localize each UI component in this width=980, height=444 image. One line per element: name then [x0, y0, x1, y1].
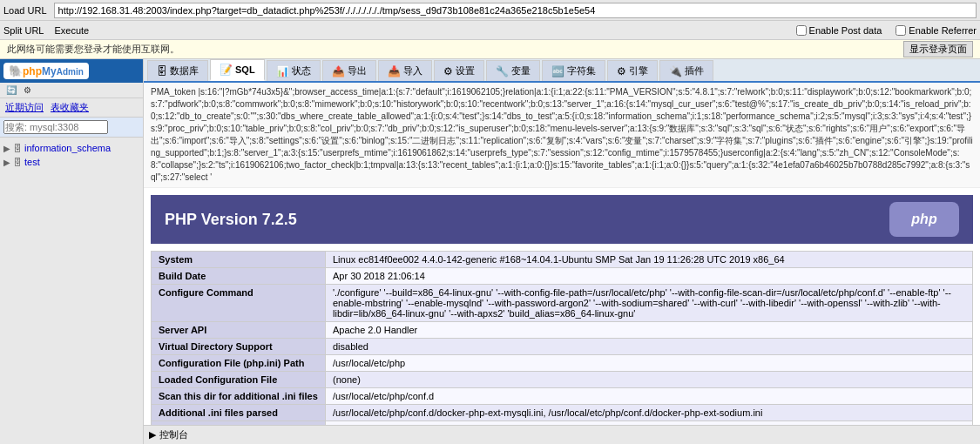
- warning-text: 此网络可能需要您登录才能使用互联网。: [7, 43, 179, 56]
- console-label: 控制台: [159, 428, 188, 441]
- sidebar-db-list: ▶ 🗄 information_schema ▶ 🗄 test: [0, 138, 143, 172]
- variables-tab-label: 变量: [511, 64, 531, 77]
- tab-variables[interactable]: 🔧 变量: [486, 60, 540, 81]
- main-layout: 🐘 phpMyAdmin 🔄 ⚙ 近期访问 表收藏夹 ▶ 🗄: [0, 59, 980, 444]
- tab-database[interactable]: 🗄 数据库: [147, 60, 208, 81]
- phpmyadmin-logo: phpMyAdmin: [23, 65, 84, 77]
- pma-token-text: PMA_token |s:16:"|?mGb*74u3x5}&";browser…: [151, 87, 973, 182]
- table-row: Loaded Configuration File(none): [152, 372, 973, 388]
- split-url-button[interactable]: Split URL: [3, 25, 44, 36]
- info-value: './configure' '--build=x86_64-linux-gnu'…: [326, 285, 973, 322]
- db-item-information-schema[interactable]: ▶ 🗄 information_schema: [3, 141, 139, 155]
- php-info-table: SystemLinux ec814f0ee002 4.4.0-142-gener…: [151, 251, 973, 425]
- table-row: Build DateApr 30 2018 21:06:14: [152, 268, 973, 285]
- database-tab-label: 数据库: [170, 64, 199, 77]
- import-tab-label: 导入: [403, 64, 422, 77]
- expand-icon-2: ▶: [3, 158, 10, 167]
- table-row: Configuration File (php.ini) Path/usr/lo…: [152, 355, 973, 372]
- ctrl-btn-2[interactable]: ⚙: [21, 84, 34, 96]
- ctrl-btn-1[interactable]: 🔄: [3, 84, 19, 96]
- export-tab-label: 导出: [348, 64, 367, 77]
- info-key: Loaded Configuration File: [152, 372, 326, 388]
- php-version-title: PHP Version 7.2.5: [165, 211, 297, 229]
- info-value: Apr 30 2018 21:06:14: [326, 268, 973, 285]
- engine-tab-icon: ⚙: [617, 65, 626, 77]
- bottom-console[interactable]: ▶ 控制台: [144, 425, 980, 444]
- toolbar-row2: Split URL Execute Enable Post data Enabl…: [0, 21, 980, 40]
- info-key: Configuration File (php.ini) Path: [152, 355, 326, 372]
- info-value: Linux ec814f0ee002 4.4.0-142-generic #16…: [326, 252, 973, 268]
- charset-tab-label: 字符集: [567, 64, 596, 77]
- php-info-area: PHP Version 7.2.5 php SystemLinux ec814f…: [144, 188, 980, 425]
- info-value: /usr/local/etc/php: [326, 355, 973, 372]
- show-login-button[interactable]: 显示登录页面: [903, 41, 973, 57]
- sql-tab-icon: 📝: [220, 64, 233, 76]
- info-value: disabled: [326, 339, 973, 355]
- table-row: Virtual Directory Supportdisabled: [152, 339, 973, 355]
- sidebar-controls: 🔄 ⚙: [0, 83, 143, 98]
- tab-status[interactable]: 📊 状态: [267, 60, 321, 81]
- info-key: Build Date: [152, 268, 326, 285]
- favorites-link[interactable]: 表收藏夹: [51, 101, 89, 114]
- status-tab-icon: 📊: [276, 65, 289, 77]
- db-search-input[interactable]: [3, 120, 108, 134]
- table-row: Server APIApache 2.0 Handler: [152, 322, 973, 339]
- info-value: Apache 2.0 Handler: [326, 322, 973, 339]
- info-key: Server API: [152, 322, 326, 339]
- settings-tab-icon: ⚙: [443, 65, 453, 77]
- recent-link[interactable]: 近期访问: [5, 101, 44, 114]
- table-row: Configure Command'./configure' '--build=…: [152, 285, 973, 322]
- tab-sql[interactable]: 📝 SQL: [210, 59, 265, 81]
- db-icon: 🗄: [13, 144, 22, 153]
- enable-referrer-label[interactable]: Enable Referrer: [896, 25, 977, 36]
- tab-settings[interactable]: ⚙ 设置: [434, 60, 484, 81]
- load-url-button[interactable]: Load URL: [3, 5, 47, 16]
- execute-button[interactable]: Execute: [54, 25, 89, 36]
- db-name-2: test: [24, 157, 40, 167]
- info-value: /usr/local/etc/php/conf.d/docker-php-ext…: [326, 405, 973, 421]
- info-key: Additional .ini files parsed: [152, 405, 326, 421]
- tab-plugins[interactable]: 🔌 插件: [659, 60, 713, 81]
- info-value: /usr/local/etc/php/conf.d: [326, 388, 973, 405]
- import-tab-icon: 📥: [388, 65, 401, 77]
- enable-post-checkbox[interactable]: [796, 25, 807, 36]
- info-value: (none): [326, 372, 973, 388]
- warning-bar: 此网络可能需要您登录才能使用互联网。 显示登录页面: [0, 40, 980, 59]
- engine-tab-label: 引擎: [629, 64, 648, 77]
- db-search-area: [0, 118, 143, 138]
- tab-bar: 🗄 数据库 📝 SQL 📊 状态 📤 导出 📥 导入 ⚙ 设置: [144, 59, 980, 83]
- url-input[interactable]: [54, 3, 977, 18]
- tab-import[interactable]: 📥 导入: [378, 60, 432, 81]
- export-tab-icon: 📤: [332, 65, 345, 77]
- plugins-tab-icon: 🔌: [669, 65, 682, 77]
- info-key: Scan this dir for additional .ini files: [152, 388, 326, 405]
- sql-tab-label: SQL: [235, 64, 255, 75]
- php-logo: php: [889, 202, 959, 237]
- db-icon-2: 🗄: [13, 158, 22, 167]
- status-tab-label: 状态: [292, 64, 311, 77]
- php-logo-text: 🐘: [9, 64, 23, 77]
- charset-tab-icon: 🔤: [551, 65, 564, 77]
- db-name: information_schema: [24, 143, 111, 153]
- sidebar: 🐘 phpMyAdmin 🔄 ⚙ 近期访问 表收藏夹 ▶ 🗄: [0, 59, 144, 444]
- database-tab-icon: 🗄: [157, 65, 167, 77]
- table-row: Additional .ini files parsed/usr/local/e…: [152, 405, 973, 421]
- content-area: 🗄 数据库 📝 SQL 📊 状态 📤 导出 📥 导入 ⚙ 设置: [144, 59, 980, 444]
- tab-export[interactable]: 📤 导出: [322, 60, 376, 81]
- enable-post-label[interactable]: Enable Post data: [796, 25, 882, 36]
- table-row: Scan this dir for additional .ini files/…: [152, 388, 973, 405]
- sidebar-nav-top: 近期访问 表收藏夹: [0, 98, 143, 118]
- info-key: Virtual Directory Support: [152, 339, 326, 355]
- tab-engine[interactable]: ⚙ 引擎: [607, 60, 658, 81]
- enable-referrer-checkbox[interactable]: [896, 25, 906, 36]
- info-key: System: [152, 252, 326, 268]
- pma-token-area: PMA_token |s:16:"|?mGb*74u3x5}&";browser…: [144, 83, 980, 188]
- variables-tab-icon: 🔧: [496, 65, 509, 77]
- info-key: Configure Command: [152, 285, 326, 322]
- tab-charset[interactable]: 🔤 字符集: [542, 60, 605, 81]
- plugins-tab-label: 插件: [685, 64, 704, 77]
- console-icon: ▶: [149, 429, 156, 441]
- expand-icon: ▶: [3, 144, 10, 153]
- table-row: SystemLinux ec814f0ee002 4.4.0-142-gener…: [152, 252, 973, 268]
- db-item-test[interactable]: ▶ 🗄 test: [3, 155, 139, 169]
